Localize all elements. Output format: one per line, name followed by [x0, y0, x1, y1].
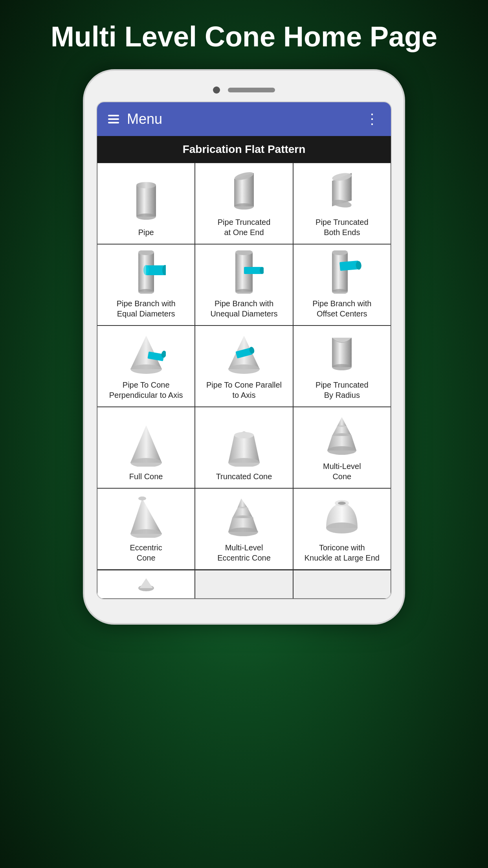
truncated-cone-icon: [222, 423, 266, 467]
grid-item-multi-level-eccentric-cone[interactable]: Multi-LevelEccentric Cone: [195, 488, 293, 570]
full-cone-label: Full Cone: [129, 471, 163, 482]
multi-level-eccentric-cone-label: Multi-LevelEccentric Cone: [217, 542, 271, 563]
svg-point-2: [136, 213, 156, 220]
grid-item-pipe-truncated-one[interactable]: Pipe Truncatedat One End: [195, 163, 293, 244]
pipe-truncated-both-icon: [320, 169, 363, 212]
pipe-truncated-radius-label: Pipe TruncatedBy Radius: [316, 380, 369, 400]
full-cone-icon: [125, 423, 168, 467]
grid-item-pipe-branch-offset[interactable]: Pipe Branch withOffset Centers: [293, 244, 391, 326]
svg-marker-47: [130, 498, 162, 534]
grid-item-pipe-truncated-radius[interactable]: Pipe TruncatedBy Radius: [293, 326, 391, 407]
toricone-label: Toricone withKnuckle at Large End: [305, 542, 380, 563]
page-title: Multi Level Cone Home Page: [19, 0, 469, 69]
grid-item-pipe-to-cone-perp[interactable]: Pipe To ConePerpendicular to Axis: [97, 326, 195, 407]
grid-container: Pipe: [97, 163, 391, 570]
grid-item-partial-1[interactable]: [97, 570, 195, 599]
pipe-truncated-both-label: Pipe TruncatedBoth Ends: [316, 217, 369, 237]
multi-level-cone-icon: [320, 413, 363, 456]
pipe-branch-equal-icon: [125, 250, 168, 294]
svg-point-4: [234, 203, 254, 210]
svg-point-40: [234, 432, 254, 438]
svg-point-46: [327, 446, 356, 455]
pipe-truncated-one-label: Pipe Truncatedat One End: [218, 217, 271, 237]
hamburger-icon[interactable]: [108, 115, 119, 123]
header-left: Menu: [108, 111, 162, 127]
pipe-branch-offset-label: Pipe Branch withOffset Centers: [312, 298, 371, 319]
eccentric-cone-icon: [125, 495, 168, 538]
svg-rect-12: [146, 265, 165, 275]
grid-item-full-cone[interactable]: Full Cone: [97, 407, 195, 488]
svg-rect-0: [136, 185, 156, 217]
eccentric-cone-label: EccentricCone: [130, 542, 162, 563]
svg-point-56: [326, 522, 358, 533]
svg-marker-25: [130, 336, 162, 369]
grid-item-truncated-cone[interactable]: Truncated Cone: [195, 407, 293, 488]
svg-point-55: [228, 528, 258, 536]
multi-level-cone-label: Multi-LevelCone: [323, 461, 361, 482]
pipe-branch-equal-label: Pipe Branch withEqual Diameters: [117, 298, 176, 319]
grid-item-partial-2: [195, 570, 293, 599]
pipe-to-cone-perp-label: Pipe To ConePerpendicular to Axis: [109, 380, 183, 400]
pipe-label: Pipe: [138, 227, 154, 237]
app-header: Menu ⋮: [97, 102, 391, 136]
svg-point-26: [130, 364, 162, 374]
more-options-icon[interactable]: ⋮: [365, 111, 380, 127]
partial-icon-1: [136, 576, 156, 592]
grid-item-toricone[interactable]: Toricone withKnuckle at Large End: [293, 488, 391, 570]
pipe-to-cone-parallel-icon: [222, 332, 266, 375]
svg-point-30: [228, 364, 260, 374]
svg-point-14: [143, 265, 149, 275]
truncated-cone-label: Truncated Cone: [216, 471, 272, 482]
svg-marker-35: [130, 425, 162, 463]
svg-rect-18: [244, 267, 262, 274]
grid-item-pipe-branch-unequal[interactable]: Pipe Branch withUnequal Diameters: [195, 244, 293, 326]
pipe-icon: [125, 179, 168, 223]
svg-rect-20: [332, 252, 348, 292]
svg-point-1: [136, 182, 156, 188]
grid-item-partial-3: [293, 570, 391, 599]
grid-item-pipe-to-cone-parallel[interactable]: Pipe To Cone Parallelto Axis: [195, 326, 293, 407]
menu-label: Menu: [127, 111, 162, 127]
grid-item-eccentric-cone[interactable]: EccentricCone: [97, 488, 195, 570]
pipe-branch-unequal-icon: [222, 250, 266, 294]
grid-item-pipe-truncated-both[interactable]: Pipe TruncatedBoth Ends: [293, 163, 391, 244]
camera-icon: [213, 86, 220, 94]
pipe-truncated-radius-icon: [320, 332, 363, 375]
multi-level-eccentric-cone-icon: [222, 495, 266, 538]
toricone-icon: [320, 495, 363, 538]
speaker: [228, 88, 275, 92]
pipe-to-cone-parallel-label: Pipe To Cone Parallelto Axis: [206, 380, 282, 400]
grid-item-pipe[interactable]: Pipe: [97, 163, 195, 244]
phone-frame: Menu ⋮ Fabrication Flat Pattern: [83, 69, 405, 625]
grid-container-partial: [97, 570, 391, 599]
pipe-to-cone-perp-icon: [125, 332, 168, 375]
pipe-branch-unequal-label: Pipe Branch withUnequal Diameters: [210, 298, 277, 319]
section-header: Fabrication Flat Pattern: [97, 136, 391, 163]
pipe-branch-offset-icon: [320, 250, 363, 294]
svg-point-49: [138, 497, 146, 500]
phone-top-bar: [96, 86, 392, 94]
svg-point-34: [332, 364, 352, 370]
svg-marker-60: [139, 578, 153, 588]
pipe-truncated-one-icon: [222, 169, 266, 212]
grid-item-multi-level-cone[interactable]: Multi-LevelCone: [293, 407, 391, 488]
grid-item-pipe-branch-equal[interactable]: Pipe Branch withEqual Diameters: [97, 244, 195, 326]
svg-point-58: [338, 502, 346, 505]
phone-screen: Menu ⋮ Fabrication Flat Pattern: [96, 101, 392, 600]
